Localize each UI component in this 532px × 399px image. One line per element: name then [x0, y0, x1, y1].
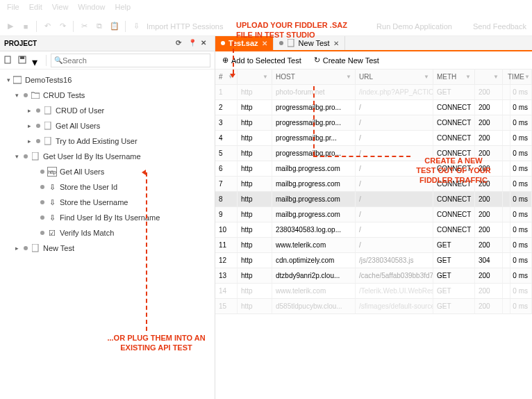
- cell-method: GET: [433, 85, 475, 99]
- refresh-icon[interactable]: ⟳: [176, 39, 185, 49]
- search-input[interactable]: [63, 56, 207, 65]
- tab-test-saz[interactable]: Test.saz✕: [215, 36, 274, 50]
- table-row[interactable]: 14httpwww.telerik.com/Telerik.Web.UI.Web…: [215, 284, 532, 299]
- tree-label: Try to Add Existing User: [56, 137, 138, 145]
- http-icon: http: [47, 167, 57, 177]
- cell-num: 6: [215, 161, 238, 176]
- main-toolbar: ▶ ■ ↶ ↷ ✂ ⧉ 📋 ⇩ Import HTTP Sessions Run…: [0, 17, 532, 36]
- col-method[interactable]: METH▼: [433, 70, 475, 84]
- table-row[interactable]: 15httpd585tldpucybw.clou.../sfimages/def…: [215, 299, 532, 314]
- cell-status: 200: [475, 299, 503, 314]
- table-row[interactable]: 5httpprogressmailbg.pro.../CONNECT2000 m…: [215, 146, 532, 161]
- tree-root[interactable]: ▾DemoTests16: [0, 72, 215, 88]
- play-icon[interactable]: ▶: [6, 22, 15, 31]
- paste-icon[interactable]: 📋: [110, 22, 119, 31]
- table-row[interactable]: 6httpmailbg.progress.com/CONNECT2000 ms: [215, 161, 532, 177]
- cell-status: 200: [475, 131, 503, 145]
- sessions-grid: #▼ ▼ HOST▼ URL▼ METH▼ ▼ TIME▼ 1httpphoto…: [215, 70, 532, 399]
- menu-edit[interactable]: Edit: [29, 3, 42, 14]
- col-status[interactable]: ▼: [475, 70, 503, 84]
- cell-host: d585tldpucybw.clou...: [272, 299, 356, 314]
- tree-item-get-all-users[interactable]: ▸Get All Users: [0, 118, 215, 133]
- cell-scheme: http: [238, 238, 272, 252]
- table-row[interactable]: 8httpmailbg.progress.com/CONNECT2000 ms: [215, 192, 532, 207]
- table-row[interactable]: 11httpwww.telerik.com/GET2000 ms: [215, 238, 532, 253]
- cell-url: /index.php?APP_ACTION=NOTIF&request=co..…: [356, 85, 433, 99]
- cell-num: 9: [215, 207, 238, 222]
- send-feedback-button[interactable]: Send Feedback: [473, 22, 526, 31]
- add-to-test-button[interactable]: ⊕Add to Selected Test: [222, 56, 301, 65]
- table-row[interactable]: 1httpphoto-forum.net/index.php?APP_ACTIO…: [215, 85, 532, 100]
- close-icon[interactable]: ✕: [201, 39, 210, 49]
- tree-folder[interactable]: ▾CRUD Tests: [0, 88, 215, 103]
- pin-icon[interactable]: 📍: [188, 39, 198, 49]
- create-new-test-button[interactable]: ↻Create New Test: [314, 56, 379, 65]
- menu-file[interactable]: File: [7, 3, 19, 14]
- col-num[interactable]: #▼: [215, 70, 238, 84]
- cell-status: 200: [475, 284, 503, 298]
- tree-item[interactable]: ▸CRUD of User: [0, 103, 215, 118]
- cut-icon[interactable]: ✂: [79, 22, 89, 31]
- table-row[interactable]: 12httpcdn.optimizely.com/js/2380340583.j…: [215, 253, 532, 268]
- menu-window[interactable]: Window: [78, 3, 105, 14]
- tab-label: Test.saz: [228, 39, 258, 47]
- svg-rect-5: [44, 122, 51, 129]
- table-row[interactable]: 13httpdtzbdy9anri2p.clou.../cache/5affab…: [215, 268, 532, 284]
- table-row[interactable]: 4httpprogressmailbg.pr.../CONNECT2000 ms: [215, 131, 532, 146]
- close-icon[interactable]: ✕: [262, 40, 267, 47]
- copy-icon[interactable]: ⧉: [94, 22, 104, 31]
- tree-item-new-test[interactable]: ▸New Test: [0, 241, 215, 256]
- col-scheme[interactable]: ▼: [238, 70, 272, 84]
- cell-num: 3: [215, 115, 238, 130]
- run-demo-button[interactable]: Run Demo Application: [376, 22, 452, 31]
- tree-step[interactable]: ⇩Store the Username: [0, 195, 215, 210]
- cell-status: 304: [475, 253, 503, 268]
- cell-method: GET: [433, 299, 475, 314]
- tab-new-test[interactable]: New Test✕: [274, 36, 345, 50]
- tree-item[interactable]: ▸Try to Add Existing User: [0, 133, 215, 149]
- table-row[interactable]: 2httpprogressmailbg.pro.../CONNECT2000 m…: [215, 100, 532, 115]
- store-icon: ⇩: [47, 213, 57, 222]
- cell-host: mailbg.progress.com: [272, 207, 356, 222]
- cell-scheme: http: [238, 299, 272, 314]
- cell-status: 200: [475, 100, 503, 115]
- cell-method: CONNECT: [433, 100, 475, 115]
- cell-num: 14: [215, 284, 238, 298]
- cell-url: /: [356, 100, 433, 115]
- menu-help[interactable]: Help: [115, 3, 131, 14]
- menu-view[interactable]: View: [52, 3, 69, 14]
- tree-folder[interactable]: ▾Get User Id By Its Username: [0, 149, 215, 164]
- cell-status: 200: [475, 146, 503, 161]
- col-time[interactable]: TIME▼: [504, 70, 532, 84]
- close-icon[interactable]: ✕: [333, 40, 339, 47]
- table-row[interactable]: 9httpmailbg.progress.com/CONNECT2000 ms: [215, 207, 532, 222]
- table-row[interactable]: 7httpmailbg.progress.com/CONNECT2000 ms: [215, 177, 532, 192]
- file-icon: [43, 121, 53, 131]
- file-icon: [31, 152, 40, 161]
- dropdown-icon[interactable]: ▾: [32, 56, 42, 65]
- new-file-icon[interactable]: [4, 56, 14, 65]
- tree-step[interactable]: ⇩Store the User Id: [0, 179, 215, 195]
- tree-step[interactable]: httpGet All Users: [0, 164, 215, 179]
- table-row[interactable]: 10http2380340583.log.op.../CONNECT2000 m…: [215, 222, 532, 238]
- col-url[interactable]: URL▼: [356, 70, 433, 84]
- import-icon[interactable]: ⇩: [131, 22, 141, 31]
- search-box[interactable]: 🔍: [51, 54, 210, 67]
- redo-icon[interactable]: ↷: [58, 22, 67, 31]
- cell-time: 0 ms: [504, 238, 532, 252]
- cell-time: 0 ms: [504, 284, 532, 298]
- add-icon: ⊕: [222, 56, 228, 65]
- undo-icon[interactable]: ↶: [42, 22, 52, 31]
- cell-method: CONNECT: [433, 207, 475, 222]
- cell-host: dtzbdy9anri2p.clou...: [272, 268, 356, 283]
- cell-host: www.telerik.com: [272, 284, 356, 298]
- tree-step[interactable]: ⇩Find User Id By Its Username: [0, 210, 215, 225]
- col-host[interactable]: HOST▼: [272, 70, 356, 84]
- save-icon[interactable]: [18, 56, 28, 65]
- stop-icon[interactable]: ■: [21, 22, 31, 31]
- cell-num: 7: [215, 177, 238, 191]
- tree-step[interactable]: ☑Verify Ids Match: [0, 225, 215, 241]
- cell-scheme: http: [238, 161, 272, 176]
- import-sessions-button[interactable]: Import HTTP Sessions: [147, 22, 223, 31]
- table-row[interactable]: 3httpprogressmailbg.pro.../CONNECT2000 m…: [215, 115, 532, 131]
